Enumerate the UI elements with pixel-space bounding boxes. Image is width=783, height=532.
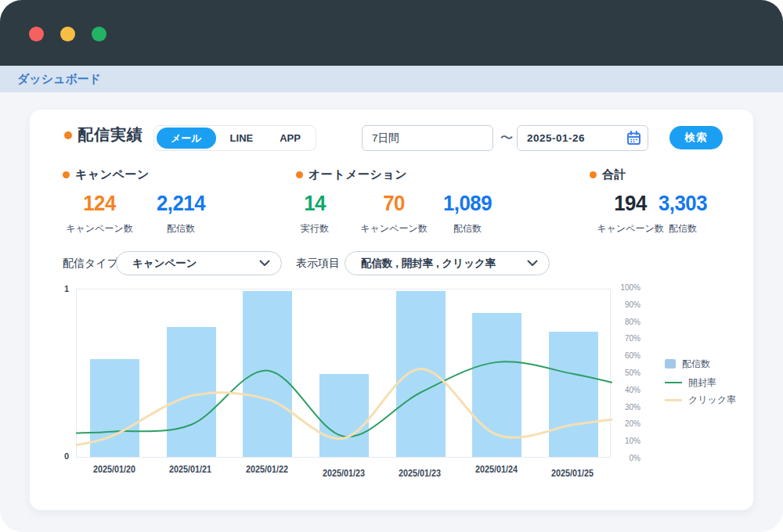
y-axis-label-right: 30% [609,403,640,412]
legend-item: クリック率 [665,394,736,406]
legend-label: 配信数 [682,358,710,371]
traffic-light-minimize[interactable] [60,27,75,41]
window-titlebar [0,0,783,66]
x-axis-label: 2025/01/25 [541,468,604,479]
y-axis-label-right: 60% [609,351,640,360]
bullet-icon [590,171,597,178]
date-field [517,125,648,151]
stat-value: 1,089 [424,191,511,216]
chart-bar [396,291,446,457]
traffic-light-close[interactable] [29,27,44,41]
tab-line[interactable]: LINE [218,128,266,149]
breadcrumb-label: ダッシュボード [17,66,101,92]
stat-value: 2,214 [138,191,224,216]
legend-swatch-square [665,359,676,368]
stat-metric: 1,089配信数 [420,191,514,235]
stat-metric: 124キャンペーン数 [52,191,146,235]
app-window: ダッシュボード 配信実績 メールLINEAPP 〜 検索 キャンペーン124キャ… [0,0,783,532]
chart-plot-area [76,289,611,458]
breadcrumb: ダッシュボード [0,66,783,92]
date-separator: 〜 [496,125,517,151]
bullet-icon [296,171,303,178]
x-axis-label: 2025/01/24 [464,464,528,475]
x-axis-label: 2025/01/23 [388,468,452,479]
delivery-type-label: 配信タイプ [63,251,118,275]
y-axis-label-right: 100% [609,283,640,292]
stat-metric: 2,214配信数 [134,191,228,235]
y-axis-label-right: 0% [609,454,640,462]
y-axis-label-right: 80% [609,318,640,326]
tab-app[interactable]: APP [267,128,313,149]
chart-bar [549,332,598,457]
x-axis-label: 2025/01/21 [159,464,222,475]
bullet-icon [63,171,70,178]
date-range-input[interactable] [362,125,493,151]
legend-swatch-line [665,399,682,401]
stat-group-title: キャンペーン [75,167,150,182]
legend-label: クリック率 [688,394,736,407]
legend-swatch-line [665,382,682,383]
x-axis-label: 2025/01/20 [82,464,146,475]
chart-bar [90,359,139,457]
delivery-type-select[interactable]: キャンペーン [116,251,282,275]
stat-group-title: オートメーション [309,167,407,182]
legend-item: 開封率 [665,376,716,389]
stat-label: 配信数 [134,222,228,235]
traffic-light-maximize[interactable] [92,27,106,41]
y-axis-label-right: 40% [609,386,640,394]
chart-bar [243,291,292,457]
legend-label: 開封率 [688,376,716,390]
channel-tabs: メールLINEAPP [153,125,316,151]
section-bullet-icon [64,131,72,139]
y-axis-label-left: 0 [52,451,69,461]
search-button[interactable]: 検索 [669,126,723,149]
chevron-down-icon [527,260,538,267]
display-items-value: 配信数 , 開封率 , クリック率 [361,257,527,271]
panel-title: 配信実績 [78,124,143,146]
chart-bar [167,327,216,457]
y-axis-label-left: 1 [52,284,69,293]
stat-metric: 3,303配信数 [636,191,730,235]
delivery-type-value: キャンペーン [132,257,259,271]
chart-bar [319,374,369,457]
y-axis-label-right: 90% [609,300,640,309]
chart-bar [472,313,521,457]
x-axis-label: 2025/01/22 [235,464,298,475]
delivery-results-card: 配信実績 メールLINEAPP 〜 検索 キャンペーン124キャンペーン数2,2… [30,110,753,510]
y-axis-label-right: 70% [609,334,640,343]
stat-value: 14 [272,191,358,216]
display-items-label: 表示項目 [296,251,340,275]
stat-label: 配信数 [636,222,730,235]
stat-label: キャンペーン数 [52,222,146,235]
stat-label: 配信数 [420,222,514,235]
x-axis-label: 2025/01/23 [312,468,375,479]
legend-item: 配信数 [665,358,710,370]
stat-value: 124 [56,191,143,216]
chevron-down-icon [259,260,270,267]
tab-mail[interactable]: メール [157,128,216,149]
y-axis-label-right: 50% [609,368,640,377]
stat-value: 3,303 [640,191,726,216]
y-axis-label-right: 10% [609,437,640,445]
y-axis-label-right: 20% [609,419,640,428]
display-items-select[interactable]: 配信数 , 開封率 , クリック率 [345,251,550,275]
stat-group-title: 合計 [602,167,626,182]
calendar-icon[interactable] [626,131,641,146]
